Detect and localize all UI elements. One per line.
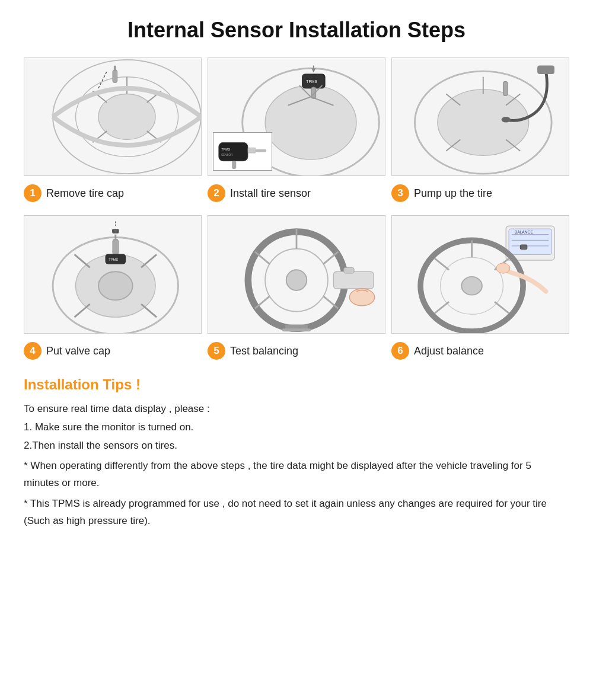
svg-point-29 [502,117,511,123]
step4-number: 4 [24,342,42,360]
step5-number: 5 [208,342,225,360]
svg-rect-44 [113,239,119,255]
svg-rect-24 [248,148,256,153]
step5-image [208,215,385,334]
step1-label: 1 Remove tire cap [24,182,202,204]
svg-point-59 [349,289,374,306]
page-title: Internal Sensor Installation Steps [24,18,569,43]
step1-number: 1 [24,184,42,202]
svg-line-43 [75,304,90,317]
step6-number: 6 [391,342,409,360]
svg-text:TPMS: TPMS [306,79,317,84]
step6-image: BALANCE [391,215,569,334]
tips-line2: 1. Make sure the monitor is turned on. [24,419,569,436]
steps-images-row1: TPMS TPMS SENSOR [24,57,569,176]
step5-text: Test balancing [230,345,298,357]
svg-marker-14 [311,68,316,72]
step-labels-row2: 4 Put valve cap 5 Test balancing 6 Adjus… [24,340,569,362]
svg-rect-25 [256,149,266,151]
svg-line-41 [75,254,90,267]
svg-rect-20 [219,142,248,161]
svg-text:BALANCE: BALANCE [515,230,534,234]
svg-rect-8 [113,70,117,82]
svg-text:SENSOR: SENSOR [221,153,233,156]
svg-rect-23 [232,161,236,168]
svg-text:TPMS: TPMS [221,147,230,151]
tips-section: Installation Tips ! To ensure real time … [24,373,569,530]
step2-inset: TPMS SENSOR [213,132,272,171]
step-labels-row1: 1 Remove tire cap 2 Install tire sensor … [24,182,569,204]
svg-rect-57 [333,271,373,289]
step2-image: TPMS TPMS SENSOR [208,57,385,176]
svg-point-38 [98,271,133,300]
svg-text:TPMS: TPMS [109,258,118,261]
step3-number: 3 [391,184,409,202]
svg-line-75 [435,302,449,313]
tips-line1: To ensure real time data display , pleas… [24,401,569,418]
tips-line4: * When operating differently from the ab… [24,458,569,492]
step3-image [391,57,569,176]
step4-image: TPMS [24,215,202,334]
step1-image [24,57,202,176]
svg-point-51 [286,270,307,290]
svg-point-2 [98,94,155,140]
steps-images-row2: TPMS [24,215,569,334]
svg-point-76 [496,263,510,273]
svg-line-74 [495,302,509,313]
tips-line5: * This TPMS is already programmed for us… [24,496,569,530]
step3-text: Pump up the tire [414,187,492,200]
svg-rect-58 [344,267,354,273]
tips-line3: 2.Then install the sensors on tires. [24,437,569,455]
svg-rect-77 [520,245,527,250]
step3-label: 3 Pump up the tire [391,182,569,204]
svg-rect-28 [537,65,554,73]
step4-text: Put valve cap [46,345,110,357]
step2-number: 2 [208,184,225,202]
step5-label: 5 Test balancing [208,340,385,362]
svg-point-70 [461,277,482,295]
step4-label: 4 Put valve cap [24,340,202,362]
svg-rect-61 [282,328,311,331]
step6-label: 6 Adjust balance [391,340,569,362]
svg-line-40 [141,254,157,267]
step2-text: Install tire sensor [230,187,311,200]
svg-rect-30 [503,81,508,95]
tips-title: Installation Tips ! [24,373,569,397]
svg-line-42 [141,304,157,317]
svg-rect-9 [114,65,116,71]
svg-point-27 [438,90,529,156]
step2-label: 2 Install tire sensor [208,182,385,204]
tips-text: To ensure real time data display , pleas… [24,401,569,530]
svg-line-73 [435,258,449,270]
step6-text: Adjust balance [414,345,484,357]
step1-text: Remove tire cap [46,187,124,200]
